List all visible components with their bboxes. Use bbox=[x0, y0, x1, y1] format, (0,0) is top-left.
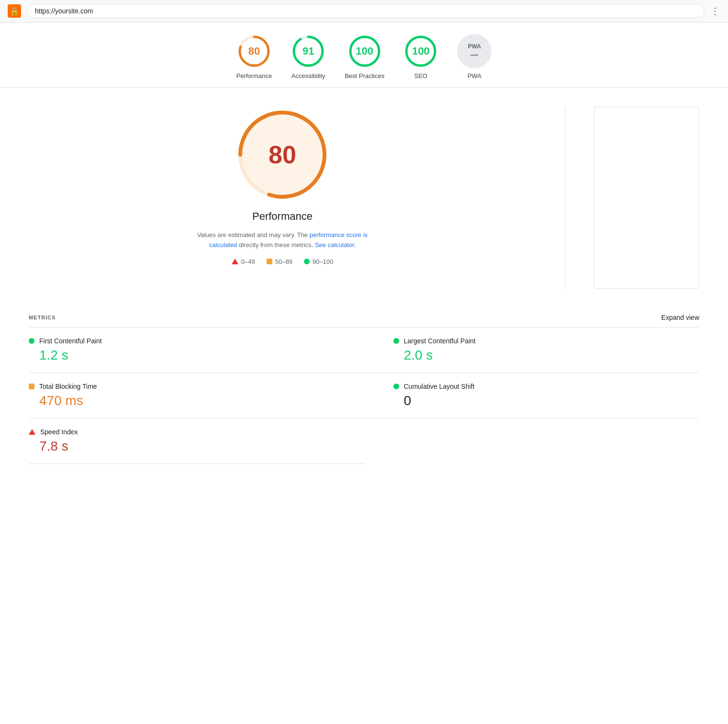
metrics-section: METRICS Expand view First Contentful Pai… bbox=[0, 308, 728, 483]
performance-panel: 80 Performance Values are estimated and … bbox=[29, 107, 536, 289]
score-item-accessibility[interactable]: 91 Accessibility bbox=[291, 34, 325, 79]
metric-lcp-header: Largest Contentful Paint bbox=[393, 337, 690, 345]
url-bar[interactable]: https://yoursite.com bbox=[27, 4, 705, 18]
pwa-dash: — bbox=[470, 51, 478, 59]
score-value-best-practices: 100 bbox=[356, 45, 373, 57]
big-score-circle: 80 bbox=[235, 107, 330, 203]
legend-green-range: 90–100 bbox=[313, 258, 333, 265]
legend-item-orange: 50–89 bbox=[267, 258, 292, 265]
score-circle-performance: 80 bbox=[237, 34, 271, 68]
score-value-seo: 100 bbox=[412, 45, 430, 57]
metric-card-fcp: First Contentful Paint 1.2 s bbox=[29, 328, 364, 373]
score-item-seo[interactable]: 100 SEO bbox=[403, 34, 438, 79]
score-legend: 0–49 50–89 90–100 bbox=[232, 258, 333, 265]
screenshot-panel bbox=[594, 107, 699, 289]
metric-fcp-name: First Contentful Paint bbox=[39, 337, 102, 345]
score-label-seo: SEO bbox=[414, 72, 427, 79]
score-label-performance: Performance bbox=[236, 72, 272, 79]
legend-red-icon bbox=[232, 259, 238, 264]
score-value-performance: 80 bbox=[248, 45, 260, 57]
score-circle-seo: 100 bbox=[403, 34, 438, 68]
legend-green-icon bbox=[304, 259, 310, 264]
metric-tbt-name: Total Blocking Time bbox=[39, 383, 97, 390]
scores-row: 80 Performance 91 Accessibility 100 Best… bbox=[0, 23, 728, 88]
metrics-title: METRICS bbox=[29, 315, 56, 320]
expand-view-button[interactable]: Expand view bbox=[661, 314, 699, 321]
metric-cls-header: Cumulative Layout Shift bbox=[393, 383, 690, 390]
metric-card-si: Speed Index 7.8 s bbox=[29, 419, 364, 464]
big-score-value: 80 bbox=[269, 140, 296, 169]
legend-orange-icon bbox=[267, 259, 272, 264]
metric-lcp-value: 2.0 s bbox=[404, 348, 690, 363]
metric-cls-value: 0 bbox=[404, 393, 690, 408]
vertical-divider bbox=[565, 107, 565, 289]
legend-item-green: 90–100 bbox=[304, 258, 333, 265]
metric-fcp-value: 1.2 s bbox=[39, 348, 355, 363]
score-circle-best-practices: 100 bbox=[347, 34, 382, 68]
metric-card-cls: Cumulative Layout Shift 0 bbox=[364, 373, 700, 419]
score-value-accessibility: 91 bbox=[302, 45, 314, 57]
browser-chrome: 🔒 https://yoursite.com ⋮ bbox=[0, 0, 728, 23]
performance-description: Values are estimated and may vary. The p… bbox=[196, 230, 369, 250]
legend-item-red: 0–49 bbox=[232, 258, 255, 265]
performance-title: Performance bbox=[252, 210, 313, 223]
svg-text:🔒: 🔒 bbox=[10, 7, 19, 16]
metric-card-lcp: Largest Contentful Paint 2.0 s bbox=[364, 328, 700, 373]
metric-si-indicator bbox=[29, 429, 35, 435]
metric-lcp-name: Largest Contentful Paint bbox=[404, 337, 476, 345]
score-label-best-practices: Best Practices bbox=[345, 72, 384, 79]
calculator-link[interactable]: See calculator. bbox=[315, 241, 356, 249]
metric-grid-empty bbox=[364, 419, 700, 464]
score-label-accessibility: Accessibility bbox=[291, 72, 325, 79]
score-item-pwa[interactable]: PWA — PWA bbox=[457, 34, 492, 79]
app-logo: 🔒 bbox=[8, 4, 21, 18]
browser-menu-icon[interactable]: ⋮ bbox=[710, 5, 720, 17]
metric-cls-indicator bbox=[393, 384, 399, 389]
score-circle-accessibility: 91 bbox=[291, 34, 325, 68]
metric-fcp-header: First Contentful Paint bbox=[29, 337, 355, 345]
metric-lcp-indicator bbox=[393, 338, 399, 344]
score-item-performance[interactable]: 80 Performance bbox=[236, 34, 272, 79]
legend-red-range: 0–49 bbox=[241, 258, 255, 265]
metric-si-header: Speed Index bbox=[29, 428, 355, 436]
metric-card-tbt: Total Blocking Time 470 ms bbox=[29, 373, 364, 419]
legend-orange-range: 50–89 bbox=[275, 258, 292, 265]
metric-tbt-indicator bbox=[29, 384, 34, 389]
metric-si-name: Speed Index bbox=[40, 428, 78, 436]
score-item-best-practices[interactable]: 100 Best Practices bbox=[345, 34, 384, 79]
metrics-header: METRICS Expand view bbox=[29, 308, 699, 328]
metrics-grid: First Contentful Paint 1.2 s Largest Con… bbox=[29, 328, 699, 464]
score-label-pwa: PWA bbox=[468, 72, 482, 79]
main-content: 80 Performance Values are estimated and … bbox=[0, 88, 728, 308]
metric-tbt-header: Total Blocking Time bbox=[29, 383, 355, 390]
pwa-label-text: PWA bbox=[468, 43, 481, 50]
metric-tbt-value: 470 ms bbox=[39, 393, 355, 408]
metric-fcp-indicator bbox=[29, 338, 34, 344]
metric-cls-name: Cumulative Layout Shift bbox=[404, 383, 475, 390]
score-circle-pwa: PWA — bbox=[457, 34, 492, 68]
metric-si-value: 7.8 s bbox=[39, 439, 355, 454]
